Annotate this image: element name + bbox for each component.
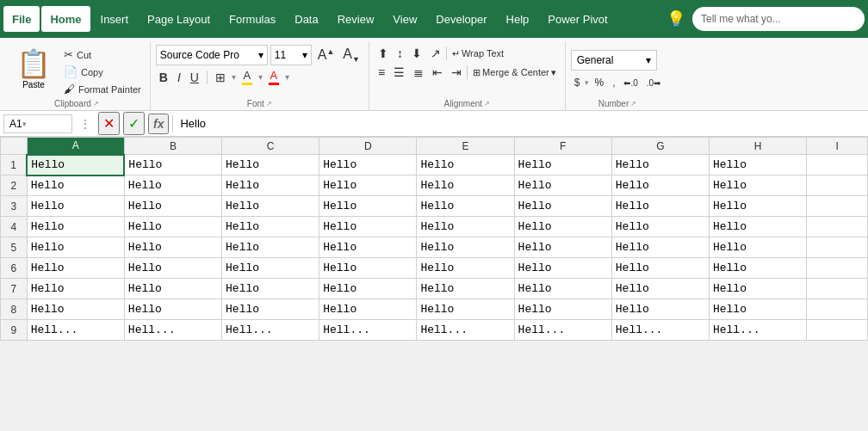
col-header-b[interactable]: B — [124, 138, 221, 155]
cell-7-8[interactable]: Hello — [709, 279, 806, 299]
alignment-expand-icon[interactable]: ↗ — [484, 100, 490, 108]
cell-8-7[interactable]: Hello — [611, 299, 709, 320]
decrease-indent-button[interactable]: ⇤ — [429, 64, 446, 81]
italic-button[interactable]: I — [174, 69, 184, 86]
fill-color-button[interactable]: A — [239, 67, 256, 87]
cell-5-3[interactable]: Hello — [222, 237, 319, 258]
font-color-arrow[interactable]: ▾ — [285, 72, 289, 82]
row-header-5[interactable]: 5 — [1, 237, 28, 258]
align-center-button[interactable]: ☰ — [390, 64, 408, 81]
menu-review[interactable]: Review — [329, 6, 383, 32]
cell-1-2[interactable]: Hello — [124, 155, 221, 175]
orientation-button[interactable]: ↗ — [427, 45, 444, 62]
row-header-2[interactable]: 2 — [1, 175, 28, 196]
col-header-i[interactable]: I — [807, 138, 868, 155]
cell-5-8[interactable]: Hello — [709, 237, 806, 258]
cut-button[interactable]: ✂ Cut — [60, 46, 145, 63]
cell-7-5[interactable]: Hello — [417, 279, 514, 299]
cell-7-9[interactable] — [807, 279, 868, 299]
cell-2-7[interactable]: Hello — [611, 175, 709, 196]
cell-4-5[interactable]: Hello — [417, 217, 514, 237]
formula-input[interactable] — [177, 115, 865, 132]
cell-7-2[interactable]: Hello — [124, 279, 221, 299]
cell-5-5[interactable]: Hello — [417, 237, 514, 258]
menu-insert[interactable]: Insert — [92, 6, 138, 32]
cell-1-5[interactable]: Hello — [417, 155, 514, 175]
cell-8-6[interactable]: Hello — [514, 299, 611, 320]
comma-button[interactable]: , — [609, 75, 618, 90]
number-expand-icon[interactable]: ↗ — [630, 100, 636, 108]
cell-6-7[interactable]: Hello — [611, 258, 709, 279]
cell-6-6[interactable]: Hello — [514, 258, 611, 279]
font-color-button[interactable]: A — [265, 67, 282, 87]
cell-1-3[interactable]: Hello — [222, 155, 319, 175]
row-header-1[interactable]: 1 — [1, 155, 28, 175]
cell-9-2[interactable]: Hell... — [124, 320, 221, 341]
decrease-decimal-button[interactable]: ⬅.0 — [620, 77, 641, 89]
cell-6-8[interactable]: Hello — [709, 258, 806, 279]
row-header-8[interactable]: 8 — [1, 299, 28, 320]
cell-4-1[interactable]: Hello — [27, 217, 124, 237]
cell-8-4[interactable]: Hello — [319, 299, 417, 320]
currency-arrow[interactable]: ▾ — [585, 78, 589, 87]
cell-1-9[interactable] — [807, 155, 868, 175]
col-header-d[interactable]: D — [319, 138, 417, 155]
col-header-c[interactable]: C — [222, 138, 319, 155]
cell-5-7[interactable]: Hello — [611, 237, 709, 258]
cell-5-6[interactable]: Hello — [514, 237, 611, 258]
cell-3-7[interactable]: Hello — [611, 196, 709, 217]
cell-4-2[interactable]: Hello — [124, 217, 221, 237]
merge-arrow[interactable]: ▾ — [551, 67, 556, 78]
menu-file[interactable]: File — [3, 6, 40, 32]
col-header-e[interactable]: E — [417, 138, 514, 155]
cancel-formula-button[interactable]: ✕ — [98, 112, 120, 135]
cell-4-3[interactable]: Hello — [222, 217, 319, 237]
cell-8-5[interactable]: Hello — [417, 299, 514, 320]
wrap-text-button[interactable]: ↵ Wrap Text — [449, 46, 507, 61]
cell-2-4[interactable]: Hello — [319, 175, 417, 196]
border-button[interactable]: ⊞ — [212, 69, 229, 86]
col-menu-icon[interactable]: ⋮ — [76, 117, 95, 131]
currency-button[interactable]: $ — [571, 75, 584, 90]
cell-9-6[interactable]: Hell... — [514, 320, 611, 341]
cell-6-9[interactable] — [807, 258, 868, 279]
cell-1-4[interactable]: Hello — [319, 155, 417, 175]
copy-button[interactable]: 📄 Copy — [60, 64, 145, 80]
cell-1-1[interactable]: Hello — [27, 155, 124, 175]
cell-2-1[interactable]: Hello — [27, 175, 124, 196]
cell-ref-arrow[interactable]: ▾ — [22, 120, 27, 128]
font-expand-icon[interactable]: ↗ — [266, 100, 272, 108]
fx-button[interactable]: fx — [148, 114, 169, 134]
cell-9-5[interactable]: Hell... — [417, 320, 514, 341]
cell-3-8[interactable]: Hello — [709, 196, 806, 217]
menu-help[interactable]: Help — [498, 6, 538, 32]
align-right-button[interactable]: ≣ — [410, 64, 427, 81]
decrease-font-button[interactable]: A▼ — [339, 45, 363, 65]
col-header-f[interactable]: F — [514, 138, 611, 155]
row-header-7[interactable]: 7 — [1, 279, 28, 299]
cell-8-8[interactable]: Hello — [709, 299, 806, 320]
cell-4-9[interactable] — [807, 217, 868, 237]
cell-3-9[interactable] — [807, 196, 868, 217]
cell-6-2[interactable]: Hello — [124, 258, 221, 279]
cell-2-3[interactable]: Hello — [222, 175, 319, 196]
fill-arrow[interactable]: ▾ — [258, 72, 263, 82]
cell-4-4[interactable]: Hello — [319, 217, 417, 237]
cell-8-9[interactable] — [807, 299, 868, 320]
cell-7-1[interactable]: Hello — [27, 279, 124, 299]
bold-button[interactable]: B — [156, 69, 171, 86]
align-middle-button[interactable]: ↕ — [394, 45, 406, 62]
cell-9-4[interactable]: Hell... — [319, 320, 417, 341]
cell-9-9[interactable] — [807, 320, 868, 341]
cell-8-2[interactable]: Hello — [124, 299, 221, 320]
cell-3-6[interactable]: Hello — [514, 196, 611, 217]
align-left-button[interactable]: ≡ — [375, 64, 388, 81]
cell-4-6[interactable]: Hello — [514, 217, 611, 237]
cell-2-8[interactable]: Hello — [709, 175, 806, 196]
cell-2-2[interactable]: Hello — [124, 175, 221, 196]
cell-7-4[interactable]: Hello — [319, 279, 417, 299]
cell-6-4[interactable]: Hello — [319, 258, 417, 279]
font-name-dropdown[interactable]: Source Code Pro ▾ — [156, 45, 268, 65]
col-header-h[interactable]: H — [709, 138, 806, 155]
menu-power-pivot[interactable]: Power Pivot — [539, 6, 616, 32]
